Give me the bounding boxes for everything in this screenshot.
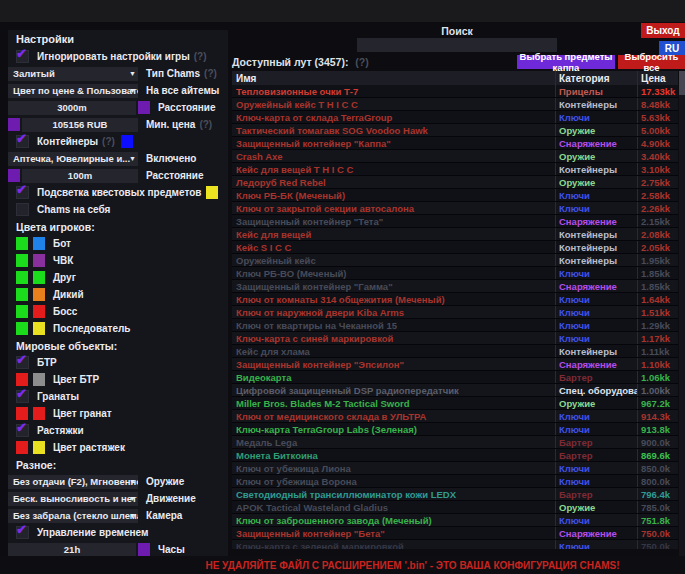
grenades-checkbox[interactable]: ✔ (16, 390, 29, 403)
table-row[interactable]: Светодиодный трансиллюминатор кожи LEDXБ… (232, 488, 678, 501)
table-row[interactable]: Цифровой защищенный DSP радиопередатчикС… (232, 384, 678, 397)
table-row[interactable]: Ключ от наружной двери Kiba ArmsКлючи1.5… (232, 306, 678, 319)
quest-highlight-checkbox[interactable]: ✔ (16, 186, 29, 199)
item-price: 1.51kk (638, 306, 678, 318)
hidden-color-swatch[interactable] (33, 288, 45, 301)
min-price-input[interactable]: 105156 RUB (22, 118, 138, 132)
hidden-color-swatch[interactable] (33, 322, 45, 335)
table-row[interactable]: Защищенный контейнер "Гамма"Снаряжение1.… (232, 280, 678, 293)
table-row[interactable]: Ключ-карта с зеленой маркировкойКлючи750… (232, 540, 678, 549)
table-row[interactable]: Кейс для хламаКонтейнеры1.11kk (232, 345, 678, 358)
table-row[interactable]: Ключ от комнаты 314 общежития (Меченый)К… (232, 293, 678, 306)
containers-filter-dropdown[interactable]: Аптечка, Ювелирные и... ▼ (8, 152, 138, 166)
table-row[interactable]: Miller Bros. Blades M-2 Tactical SwordОр… (232, 397, 678, 410)
table-row[interactable]: Ключ-карта TerraGroup Labs (Зеленая)Ключ… (232, 423, 678, 436)
help-hint[interactable]: (?) (199, 119, 212, 130)
containers-distance-color-swatch[interactable] (8, 169, 20, 182)
hidden-color-swatch[interactable] (33, 407, 45, 420)
table-row[interactable]: Ключ от убежища ВоронаКлючи800.0k (232, 475, 678, 488)
hidden-color-swatch[interactable] (33, 373, 45, 386)
weapon-dropdown[interactable]: Без отдачи (F2), Мгновенное п ▼ (8, 475, 138, 489)
visible-color-swatch[interactable] (16, 305, 28, 318)
table-row[interactable]: Ключ РБ-ВО (Меченый)Ключи1.85kk (232, 267, 678, 280)
table-row[interactable]: Кейс для вещей T H I C CКонтейнеры3.10kk (232, 163, 678, 176)
ignore-game-settings-checkbox[interactable]: ✔ (16, 50, 29, 63)
tripwires-checkbox[interactable]: ✔ (16, 424, 29, 437)
exit-button[interactable]: Выход (641, 23, 685, 38)
search-input[interactable] (357, 38, 557, 52)
help-hint[interactable]: (?) (194, 51, 207, 62)
table-row[interactable]: Ключ от заброшенного завода (Меченый)Клю… (232, 514, 678, 527)
help-hint[interactable]: (?) (355, 56, 368, 68)
hours-color-swatch[interactable] (138, 543, 150, 556)
movement-dropdown[interactable]: Беск. выносливость и нет уста ▼ (8, 492, 138, 506)
table-scrollbar[interactable] (679, 71, 685, 556)
table-row[interactable]: Ледоруб Red RebelОружие2.75kk (232, 176, 678, 189)
hidden-color-swatch[interactable] (33, 441, 45, 454)
item-name: Ключ-карта с зеленой маркировкой (232, 540, 556, 549)
visible-color-swatch[interactable] (16, 237, 28, 250)
item-name: Ключ от закрытой секции автосалона (232, 202, 556, 214)
table-row[interactable]: Медаль LegaБартер900.0k (232, 436, 678, 449)
item-price: 2.05kk (638, 241, 678, 253)
table-row[interactable]: Оружейный кейсКонтейнеры1.95kk (232, 254, 678, 267)
btr-color-row: Цвет БТР (8, 371, 228, 388)
distance-input[interactable]: 3000m (8, 101, 136, 115)
table-row[interactable]: Защищенный контейнер "Тета"Снаряжение2.1… (232, 215, 678, 228)
hidden-color-swatch[interactable] (33, 237, 45, 250)
help-hint[interactable]: (?) (204, 68, 217, 79)
visible-color-swatch[interactable] (16, 254, 28, 267)
table-row[interactable]: Ключ-карта с синей маркировкойКлючи1.17k… (232, 332, 678, 345)
visible-color-swatch[interactable] (16, 288, 28, 301)
column-header-category[interactable]: Категория (556, 71, 638, 85)
hidden-color-swatch[interactable] (33, 305, 45, 318)
table-row[interactable]: Ключ РБ-БК (Меченый)Ключи2.58kk (232, 189, 678, 202)
table-row[interactable]: Ключ от медицинского склада в УЛЬТРАКлюч… (232, 410, 678, 423)
hidden-color-swatch[interactable] (33, 271, 45, 284)
table-row[interactable]: Монета БиткоинаБартер869.6k (232, 449, 678, 462)
table-row[interactable]: Ключ от убежища ЛионаКлючи850.0k (232, 462, 678, 475)
table-row[interactable]: Ключ от квартиры на Чеканной 15Ключи1.29… (232, 319, 678, 332)
help-hint[interactable]: (?) (102, 136, 115, 147)
table-row[interactable]: Ключ-карта от склада TerraGroupКлючи5.63… (232, 111, 678, 124)
visible-color-swatch[interactable] (16, 373, 28, 386)
table-row[interactable]: Ключ от закрытой секции автосалонаКлючи2… (232, 202, 678, 215)
visible-color-swatch[interactable] (16, 271, 28, 284)
self-chams-checkbox[interactable] (16, 203, 29, 216)
item-category: Контейнеры (556, 228, 638, 240)
distance-color-swatch[interactable] (138, 101, 150, 114)
column-header-price[interactable]: Цена (638, 71, 678, 85)
chams-type-dropdown[interactable]: Залитый ▼ (8, 67, 138, 81)
containers-label: Контейнеры (37, 136, 98, 147)
misc-header: Разное: (8, 456, 228, 473)
visible-color-swatch[interactable] (16, 407, 28, 420)
drop-all-button[interactable]: Выбросить все (618, 55, 685, 69)
btr-checkbox[interactable]: ✔ (16, 356, 29, 369)
table-row[interactable]: Защищенный контейнер "Каппа"Снаряжение4.… (232, 137, 678, 150)
camera-dropdown[interactable]: Без забрала (стекло шлема) ▼ (8, 509, 138, 523)
visible-color-swatch[interactable] (16, 322, 28, 335)
table-row[interactable]: Тепловизионные очки Т-7Прицелы17.33kk (232, 85, 678, 98)
table-row[interactable]: Кейс для вещейКонтейнеры2.08kk (232, 228, 678, 241)
table-row[interactable]: Crash AxeОружие3.40kk (232, 150, 678, 163)
containers-distance-input[interactable]: 100m (22, 169, 138, 183)
time-control-checkbox[interactable]: ✔ (16, 526, 29, 539)
hours-input[interactable]: 21h (8, 543, 136, 557)
quest-color-swatch[interactable] (206, 186, 218, 199)
select-kappa-items-button[interactable]: Выбрать предметы каппа (517, 55, 615, 69)
scrollbar-thumb[interactable] (679, 71, 685, 95)
containers-checkbox[interactable]: ✔ (16, 135, 29, 148)
table-row[interactable]: Защищенный контейнер "Эпсилон"Снаряжение… (232, 358, 678, 371)
table-row[interactable]: Тактический томагавк SOG Voodoo HawkОруж… (232, 124, 678, 137)
table-row[interactable]: Защищенный контейнер "Бета"Снаряжение750… (232, 527, 678, 540)
visible-color-swatch[interactable] (16, 441, 28, 454)
column-header-name[interactable]: Имя (232, 71, 556, 85)
table-row[interactable]: Оружейный кейс T H I C CКонтейнеры8.48kk (232, 98, 678, 111)
min-price-color-swatch[interactable] (8, 118, 20, 131)
table-row[interactable]: ВидеокартаБартер1.06kk (232, 371, 678, 384)
containers-color-swatch[interactable] (121, 135, 133, 148)
hidden-color-swatch[interactable] (33, 254, 45, 267)
table-row[interactable]: APOK Tactical Wasteland GladiusОружие785… (232, 501, 678, 514)
color-mode-dropdown[interactable]: Цвет по цене & Пользователь ▼ (8, 84, 138, 98)
table-row[interactable]: Кейс S I C CКонтейнеры2.05kk (232, 241, 678, 254)
